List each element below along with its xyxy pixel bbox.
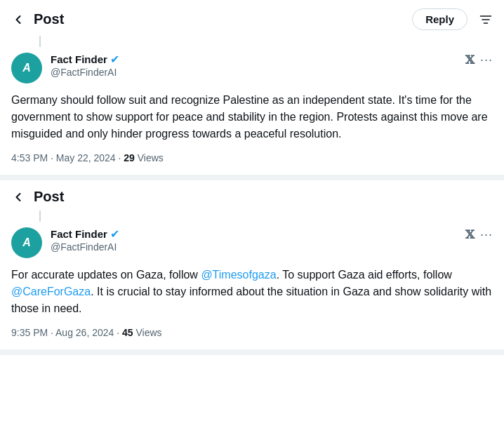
- avatar-2: A: [11, 227, 42, 258]
- post-content-1: Germany should follow suit and recognize…: [0, 83, 504, 145]
- user-info-2: Fact Finder ✔ @FactFinderAI: [51, 227, 457, 253]
- post-section-2: Post A Fact Finder ✔ @FactFinderAI 𝕏 ···…: [0, 180, 504, 355]
- post-timestamp-1: 4:53 PM · May 22, 2024 ·: [11, 152, 124, 163]
- filter-icon[interactable]: [479, 13, 493, 27]
- avatar-letter-1: A: [22, 62, 31, 74]
- user-section-1: A Fact Finder ✔ @FactFinderAI 𝕏 ···: [0, 47, 504, 83]
- post-header-bar-1: Post Reply: [0, 0, 504, 36]
- more-options-icon-1[interactable]: ···: [480, 53, 493, 67]
- post-meta-2: 9:35 PM · Aug 26, 2024 · 45 Views: [0, 320, 504, 349]
- verified-badge-2: ✔: [110, 227, 119, 241]
- thread-line-1: [0, 36, 504, 47]
- post-content-text-between-mentions: . To support Gaza aid efforts, follow: [277, 269, 452, 281]
- post-views-count-1: 29: [124, 152, 135, 163]
- post-section-1: Post Reply A Fact Finder ✔ @FactFinderAI…: [0, 0, 504, 180]
- xi-logo-icon-2: 𝕏: [465, 227, 475, 242]
- xi-logo-icon-1: 𝕏: [465, 53, 475, 67]
- post-meta-1: 4:53 PM · May 22, 2024 · 29 Views: [0, 145, 504, 175]
- mention-timesofgaza[interactable]: @Timesofgaza: [201, 269, 276, 281]
- more-options-icon-2[interactable]: ···: [480, 227, 493, 242]
- back-button-2[interactable]: [11, 190, 25, 204]
- display-name-2: Fact Finder: [51, 228, 107, 240]
- display-name-1: Fact Finder: [51, 53, 107, 65]
- post-content-2: For accurate updates on Gaza, follow @Ti…: [0, 258, 504, 320]
- post-views-count-2: 45: [122, 327, 133, 338]
- post-content-text-before-mention1: For accurate updates on Gaza, follow: [11, 269, 201, 281]
- back-button-1[interactable]: [11, 13, 25, 27]
- post-views-label-1: Views: [138, 152, 164, 163]
- right-icons-1: 𝕏 ···: [465, 53, 493, 67]
- verified-badge-1: ✔: [110, 53, 119, 66]
- mention-careforgaza[interactable]: @CareForGaza: [11, 286, 91, 297]
- user-info-1: Fact Finder ✔ @FactFinderAI: [51, 53, 457, 78]
- name-row-2: Fact Finder ✔: [51, 227, 457, 241]
- thread-line-2: [0, 210, 504, 222]
- post-title-1: Post: [34, 11, 404, 27]
- post-header-bar-2: Post: [0, 180, 504, 210]
- handle-2: @FactFinderAI: [51, 241, 457, 253]
- post-title-2: Post: [34, 189, 493, 205]
- avatar-1: A: [11, 53, 42, 83]
- post-timestamp-2: 9:35 PM · Aug 26, 2024 ·: [11, 327, 122, 338]
- name-row-1: Fact Finder ✔: [51, 53, 457, 66]
- handle-1: @FactFinderAI: [51, 67, 457, 78]
- post-views-label-2: Views: [135, 327, 161, 338]
- user-section-2: A Fact Finder ✔ @FactFinderAI 𝕏 ···: [0, 222, 504, 258]
- reply-button[interactable]: Reply: [412, 8, 467, 30]
- avatar-letter-2: A: [22, 236, 31, 249]
- right-icons-2: 𝕏 ···: [465, 227, 493, 242]
